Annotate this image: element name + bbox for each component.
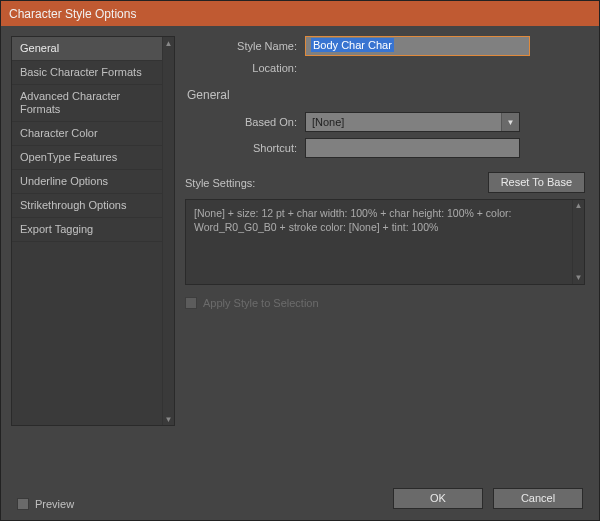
sidebar-item-underline-options[interactable]: Underline Options (12, 170, 162, 194)
style-settings-header: Style Settings: Reset To Base (185, 172, 585, 193)
scroll-up-icon[interactable]: ▲ (573, 200, 584, 212)
apply-style-checkbox (185, 297, 197, 309)
style-settings-label: Style Settings: (185, 177, 255, 189)
location-label: Location: (185, 62, 305, 74)
upper-pane: General Basic Character Formats Advanced… (11, 36, 589, 426)
sidebar-item-label: Underline Options (20, 175, 108, 187)
dialog-window: Character Style Options General Basic Ch… (0, 0, 600, 521)
location-row: Location: (185, 62, 585, 74)
based-on-dropdown[interactable]: [None] ▼ (305, 112, 520, 132)
preview-checkbox[interactable] (17, 498, 29, 510)
reset-to-base-button[interactable]: Reset To Base (488, 172, 585, 193)
preview-row[interactable]: Preview (17, 498, 74, 510)
sidebar: General Basic Character Formats Advanced… (11, 36, 175, 426)
sidebar-item-label: Export Tagging (20, 223, 93, 235)
general-heading: General (185, 88, 585, 102)
style-settings-box: [None] + size: 12 pt + char width: 100% … (185, 199, 585, 285)
main-panel: Style Name: Body Char Char Location: Gen… (185, 36, 589, 426)
sidebar-item-label: Character Color (20, 127, 98, 139)
sidebar-item-advanced-character-formats[interactable]: Advanced Character Formats (12, 85, 162, 122)
sidebar-item-label: Advanced Character Formats (20, 90, 120, 115)
style-name-value: Body Char Char (311, 38, 394, 52)
sidebar-item-general[interactable]: General (12, 37, 162, 61)
window-title: Character Style Options (9, 7, 136, 21)
apply-style-row: Apply Style to Selection (185, 297, 585, 309)
ok-button[interactable]: OK (393, 488, 483, 509)
shortcut-row: Shortcut: (185, 138, 585, 158)
sidebar-item-character-color[interactable]: Character Color (12, 122, 162, 146)
scroll-down-icon[interactable]: ▼ (573, 272, 584, 284)
sidebar-item-label: Strikethrough Options (20, 199, 126, 211)
style-settings-text: [None] + size: 12 pt + char width: 100% … (194, 207, 512, 233)
title-bar[interactable]: Character Style Options (1, 1, 599, 26)
sidebar-item-opentype-features[interactable]: OpenType Features (12, 146, 162, 170)
based-on-row: Based On: [None] ▼ (185, 112, 585, 132)
cancel-button[interactable]: Cancel (493, 488, 583, 509)
based-on-label: Based On: (185, 116, 305, 128)
sidebar-item-label: OpenType Features (20, 151, 117, 163)
dialog-footer: Preview OK Cancel (11, 482, 589, 510)
scroll-down-icon[interactable]: ▼ (163, 413, 174, 425)
shortcut-input[interactable] (305, 138, 520, 158)
style-name-label: Style Name: (185, 40, 305, 52)
shortcut-label: Shortcut: (185, 142, 305, 154)
settings-scrollbar[interactable]: ▲ ▼ (572, 200, 584, 284)
chevron-down-icon[interactable]: ▼ (501, 113, 519, 131)
based-on-value: [None] (312, 116, 344, 128)
sidebar-item-label: Basic Character Formats (20, 66, 142, 78)
sidebar-scrollbar[interactable]: ▲ ▼ (162, 37, 174, 425)
scroll-up-icon[interactable]: ▲ (163, 37, 174, 49)
sidebar-item-label: General (20, 42, 59, 54)
footer-buttons: OK Cancel (393, 488, 583, 509)
sidebar-item-export-tagging[interactable]: Export Tagging (12, 218, 162, 242)
dialog-body: General Basic Character Formats Advanced… (1, 26, 599, 520)
sidebar-list: General Basic Character Formats Advanced… (12, 37, 162, 425)
preview-label: Preview (35, 498, 74, 510)
style-name-row: Style Name: Body Char Char (185, 36, 585, 56)
apply-style-label: Apply Style to Selection (203, 297, 319, 309)
sidebar-item-strikethrough-options[interactable]: Strikethrough Options (12, 194, 162, 218)
sidebar-item-basic-character-formats[interactable]: Basic Character Formats (12, 61, 162, 85)
style-name-input[interactable]: Body Char Char (305, 36, 530, 56)
